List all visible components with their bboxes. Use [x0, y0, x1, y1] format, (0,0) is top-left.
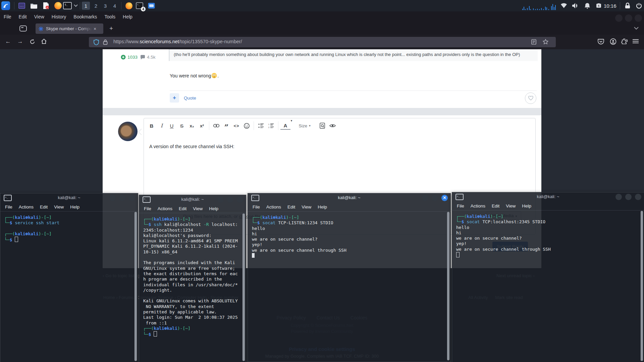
terminal-titlebar[interactable]: >_ kali@kali: ~	[139, 195, 246, 204]
terminal-menu-item[interactable]: Actions	[266, 204, 281, 209]
menu-history[interactable]: History	[48, 14, 70, 19]
url-bar[interactable]: https://www.scienceforums.net/topic/1355…	[89, 37, 556, 47]
terminal-menu-item[interactable]: View	[506, 203, 516, 208]
text-color-button[interactable]: A ▼	[280, 122, 290, 130]
terminal-window-3[interactable]: >_ kali@kali: ~ ✕ FileActionsEditViewHel…	[248, 193, 451, 362]
home-icon[interactable]	[41, 39, 47, 44]
superscript-button[interactable]: x²	[197, 121, 207, 130]
strikethrough-button[interactable]: S	[177, 121, 187, 130]
lock-icon[interactable]	[103, 39, 108, 45]
terminal-output[interactable]: ┌──(kali⊛kali)-[~]└─$ service ssh start …	[0, 212, 134, 362]
terminal-menu-item[interactable]: Actions	[19, 204, 34, 209]
maximize-button[interactable]	[119, 195, 125, 201]
terminal-scrollbar[interactable]	[640, 211, 643, 361]
terminal-menu-item[interactable]: File	[253, 204, 260, 209]
terminal-menu-item[interactable]: Help	[318, 204, 327, 209]
power-icon[interactable]	[635, 1, 643, 10]
hamburger-menu-icon[interactable]	[633, 39, 639, 44]
back-icon[interactable]: ←	[4, 38, 12, 45]
bookmark-star-icon[interactable]	[543, 39, 548, 45]
new-tab-button[interactable]: +	[109, 25, 113, 32]
terminal-menu-item[interactable]: Edit	[179, 206, 186, 211]
notifications-bell-icon[interactable]	[583, 1, 592, 10]
terminal-menu-item[interactable]: Help	[70, 204, 79, 209]
account-icon[interactable]	[610, 38, 616, 45]
terminal-titlebar[interactable]: >_ kali@kali: ~ ✕	[248, 193, 450, 202]
terminal-menu-item[interactable]: View	[302, 204, 311, 209]
window-button[interactable]	[615, 14, 623, 22]
terminal-scrollbar[interactable]	[242, 214, 245, 361]
battery-icon[interactable]	[594, 1, 603, 10]
minimize-button[interactable]	[217, 196, 224, 203]
terminal-menu-item[interactable]: View	[54, 204, 64, 209]
taskbar-terminal-icon[interactable]: >_ 4	[135, 1, 144, 10]
size-dropdown[interactable]: Size ▼	[295, 121, 315, 130]
menu-bookmarks[interactable]: Bookmarks	[70, 14, 101, 19]
terminal-menu-item[interactable]: Edit	[287, 204, 295, 209]
terminal-window-1[interactable]: >_ kali@kali: ~ FileActionsEditViewHelp …	[0, 193, 138, 362]
quote-button[interactable]: Quote	[184, 96, 196, 101]
minimize-button[interactable]	[615, 194, 622, 200]
maximize-button[interactable]	[625, 194, 632, 200]
terminal-menu-item[interactable]: View	[193, 206, 203, 211]
workspace-3[interactable]: 3	[101, 2, 109, 10]
avatar[interactable]	[118, 122, 138, 141]
terminal-menu-item[interactable]: Actions	[471, 203, 485, 208]
terminal-scrollbar[interactable]	[447, 212, 450, 360]
close-button[interactable]	[129, 195, 135, 201]
underline-button[interactable]: U	[167, 121, 177, 130]
terminal-menu-item[interactable]: File	[5, 204, 12, 209]
terminal-menubar[interactable]: FileActionsEditViewHelp	[0, 202, 138, 212]
workspace-1[interactable]: 1	[82, 2, 90, 10]
taskbar-firefox-icon[interactable]	[124, 1, 133, 10]
terminal-launcher-icon[interactable]: ...	[17, 1, 26, 10]
terminal-menu-item[interactable]: File	[144, 206, 151, 211]
editor-text[interactable]: A version of the secure channel via SSH:	[149, 144, 234, 149]
tracking-shield-icon[interactable]	[94, 39, 99, 45]
terminal-scrollbar[interactable]	[134, 212, 137, 361]
clock[interactable]: 10:16	[604, 0, 616, 11]
window-button[interactable]	[635, 14, 642, 22]
text-editor-icon[interactable]	[42, 1, 50, 10]
link-icon[interactable]	[211, 121, 221, 130]
numbered-list-icon[interactable]: 12	[266, 121, 276, 130]
maximize-button[interactable]	[227, 196, 233, 203]
menu-file[interactable]: File	[0, 14, 15, 19]
firefox-launcher-icon[interactable]	[54, 1, 62, 10]
volume-icon[interactable]	[571, 1, 580, 10]
pocket-icon[interactable]	[598, 39, 604, 45]
workspace-2[interactable]: 2	[92, 2, 100, 10]
terminal-menu-item[interactable]: Help	[209, 206, 218, 211]
italic-button[interactable]: I	[157, 121, 167, 130]
multiquote-button[interactable]: +	[170, 93, 179, 103]
lock-screen-icon[interactable]	[623, 1, 632, 10]
menu-tools[interactable]: Tools	[101, 14, 119, 19]
terminal-menu-item[interactable]: Help	[522, 203, 531, 208]
window-button[interactable]	[625, 14, 632, 22]
wifi-icon[interactable]	[559, 1, 568, 10]
terminal-menu-item[interactable]: File	[457, 203, 464, 208]
chevron-down-icon[interactable]	[73, 1, 78, 10]
tab-close-icon[interactable]: ×	[94, 26, 96, 32]
tab-list-chevron-icon[interactable]	[634, 27, 639, 30]
terminal-menu-item[interactable]: Actions	[158, 206, 172, 211]
code-icon[interactable]: <>	[231, 121, 241, 130]
tab-skype-number[interactable]: Skype number - Compute ×	[36, 23, 103, 34]
bold-button[interactable]: B	[147, 121, 157, 130]
minimize-button[interactable]	[109, 195, 116, 201]
close-button[interactable]	[635, 194, 641, 200]
source-preview-icon[interactable]	[317, 121, 327, 130]
emoji-icon[interactable]	[241, 121, 252, 130]
terminal-output[interactable]: ┌──(kali⊛kali)-[~]└─$ ssh kali@localhost…	[139, 213, 242, 362]
terminal-menu-item[interactable]: Edit	[40, 204, 48, 209]
menu-edit[interactable]: Edit	[15, 14, 31, 19]
terminal-dropdown-widget[interactable]: $_	[62, 1, 72, 10]
blockquote-icon[interactable]: ”	[221, 120, 231, 132]
bullet-list-icon[interactable]	[256, 121, 266, 130]
close-button[interactable]: ✕	[441, 195, 448, 201]
extensions-puzzle-icon[interactable]	[621, 38, 628, 45]
terminal-titlebar[interactable]: >_ kali@kali: ~	[0, 193, 138, 202]
terminal-output[interactable]: ┌──(kali⊛kali)-[~]└─$ socat TCP-LISTEN:1…	[248, 212, 446, 362]
reader-view-icon[interactable]	[531, 39, 536, 45]
preview-eye-icon[interactable]	[327, 121, 337, 130]
